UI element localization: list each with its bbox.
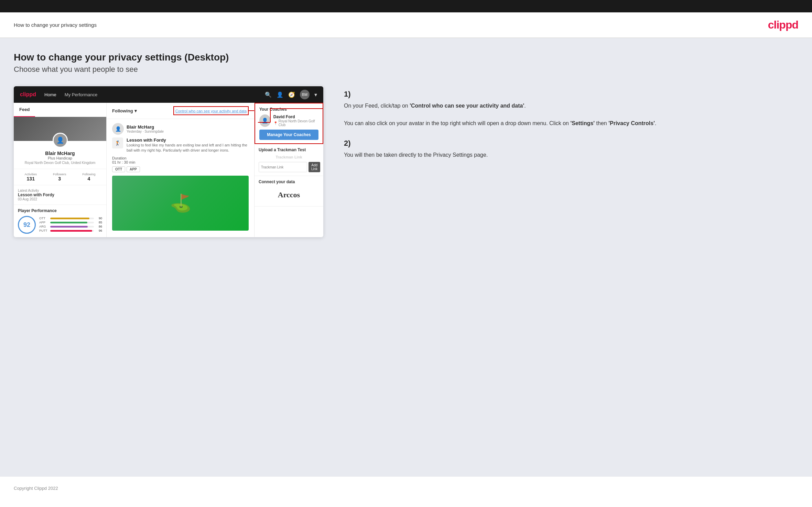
site-footer: Copyright Clippd 2022 [0,476,812,499]
profile-banner: 👤 [14,117,106,141]
article-title: How to change your privacy settings (Des… [14,52,798,63]
instructions-panel: 1) On your Feed, click/tap on 'Control w… [337,86,798,170]
bar-track-ott [50,218,94,219]
stat-activities-label: Activities [24,173,37,176]
instruction-2-number: 2) [344,139,798,148]
nav-link-home[interactable]: Home [44,92,56,97]
profile-avatar-wrap: 👤 [53,133,68,148]
coach-row: 👤 David Ford 📍 Royal North Devon Golf Cl… [259,114,318,127]
site-logo: clippd [768,19,798,31]
app-screenshot: clippd Home My Performance 🔍 👤 🧭 BM ▾ Fe… [14,86,323,237]
profile-name: Blair McHarg [18,151,102,156]
stat-followers: Followers 3 [53,173,66,181]
app-logo: clippd [20,91,36,98]
post-image: ⛳ [112,176,249,231]
latest-label: Latest Activity [18,189,102,192]
control-link[interactable]: Control who can see your activity and da… [175,109,247,113]
instruction-2-text: You will then be taken directly to the P… [344,151,798,159]
bar-row-putt: PUTT 96 [39,229,102,232]
app-body: Feed 👤 Blair McHarg Plus Handicap Royal … [14,103,323,237]
post-tag-ott: OTT [112,166,125,172]
feed-post: 👤 Blair McHarg Yesterday · Sunningdale 🏌… [107,119,254,235]
page-title: How to change your privacy settings [14,22,97,28]
coaches-section: Your Coaches 👤 David Ford 📍 Royal North … [255,103,323,144]
search-icon[interactable]: 🔍 [265,91,272,98]
nav-link-performance[interactable]: My Performance [65,92,97,97]
coach-avatar: 👤 [259,114,271,127]
post-author-name: Blair McHarg [127,124,164,130]
trackman-title: Upload a Trackman Test [259,147,319,152]
post-tag-app: APP [127,166,140,172]
add-link-button[interactable]: Add Link [308,162,320,172]
bar-label-ott: OTT [39,217,49,220]
instruction-1-number: 1) [344,90,798,99]
golfer-silhouette-icon: ⛳ [170,193,191,213]
bar-value-putt: 96 [95,229,102,232]
stat-activities-value: 131 [24,176,37,181]
feed-header: Following ▾ Control who can see your act… [107,103,254,119]
footer-text: Copyright Clippd 2022 [14,486,58,491]
manage-coaches-button[interactable]: Manage Your Coaches [259,130,318,140]
app-right-panel: Your Coaches 👤 David Ford 📍 Royal North … [255,103,323,237]
trackman-input-row: Add Link [259,162,319,172]
location-icon: 📍 [273,121,278,125]
stat-following-value: 4 [82,176,95,181]
post-activity-row: 🏌️ Lesson with Fordy Looking to feel lik… [112,137,249,153]
stat-following: Following 4 [82,173,95,181]
bar-row-ott: OTT 90 [39,217,102,220]
quality-bars: OTT 90 APP 85 ARG 86 PUTT [39,217,102,233]
instruction-1-text: On your Feed, click/tap on 'Control who … [344,101,798,128]
following-button[interactable]: Following ▾ [112,108,137,113]
profile-handicap: Plus Handicap [18,156,102,160]
main-content: How to change your privacy settings (Des… [0,38,812,476]
connect-section: Connect your data Arccos [255,176,323,207]
arccos-brand: Arccos [259,187,319,203]
site-header: How to change your privacy settings clip… [0,12,812,38]
trackman-link-input[interactable] [259,162,307,172]
compass-icon[interactable]: 🧭 [288,91,295,98]
connect-title: Connect your data [259,179,319,184]
post-title: Lesson with Fordy [127,137,249,143]
red-arrow-svg [248,108,255,113]
quality-row: 92 OTT 90 APP 85 ARG [18,216,102,234]
post-author-info: Blair McHarg Yesterday · Sunningdale [127,124,164,133]
two-col-layout: clippd Home My Performance 🔍 👤 🧭 BM ▾ Fe… [14,86,798,237]
profile-stats: Activities 131 Followers 3 Following 4 [14,169,106,185]
profile-club: Royal North Devon Golf Club, United King… [18,161,102,165]
bar-value-ott: 90 [95,217,102,220]
bar-fill-arg [50,226,88,228]
bar-track-arg [50,226,94,228]
bar-row-arg: ARG 86 [39,225,102,228]
bar-value-app: 85 [95,221,102,224]
post-tags: OTT APP [112,166,249,172]
coaches-title: Your Coaches [259,107,318,112]
bar-track-putt [50,230,94,232]
coach-club: 📍 Royal North Devon Golf Club [273,119,318,127]
bar-track-app [50,222,94,223]
trackman-placeholder-large: Trackman Link [259,155,319,159]
bar-label-app: APP [39,221,49,224]
person-icon[interactable]: 👤 [277,91,283,98]
stat-followers-value: 3 [53,176,66,181]
app-sidebar: Feed 👤 Blair McHarg Plus Handicap Royal … [14,103,107,237]
feed-tab[interactable]: Feed [14,103,35,117]
post-content: Lesson with Fordy Looking to feel like m… [127,137,249,153]
bar-row-app: APP 85 [39,221,102,224]
bar-label-arg: ARG [39,225,49,228]
player-performance-box: Player Performance 92 OTT 90 APP [14,205,106,237]
instruction-1: 1) On your Feed, click/tap on 'Control w… [344,90,798,128]
post-avatar: 👤 [112,123,124,135]
stat-following-label: Following [82,173,95,176]
post-duration: Duration 01 hr : 30 min [112,156,249,164]
following-label: Following [112,108,133,113]
user-avatar-nav[interactable]: BM [300,90,310,99]
chevron-down-icon[interactable]: ▾ [314,91,317,98]
latest-date: 03 Aug 2022 [18,197,102,201]
latest-activity-box: Latest Activity Lesson with Fordy 03 Aug… [14,185,106,205]
profile-avatar: 👤 [53,133,68,148]
coach-info: David Ford 📍 Royal North Devon Golf Club [273,114,318,127]
nav-icons: 🔍 👤 🧭 BM ▾ [265,90,317,99]
stat-followers-label: Followers [53,173,66,176]
latest-name: Lesson with Fordy [18,192,102,197]
bar-fill-ott [50,218,89,219]
